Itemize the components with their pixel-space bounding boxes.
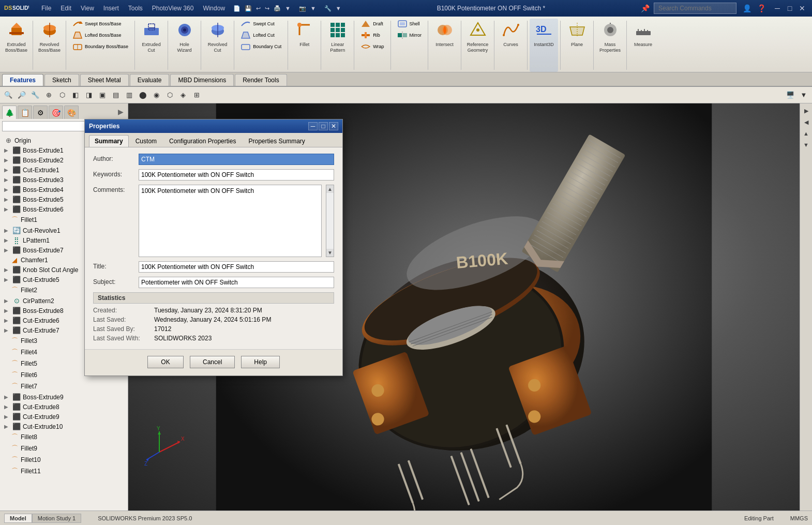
comments-textarea[interactable]: 100K Potentiometer with ON OFF Switch (139, 185, 322, 257)
maximize-button[interactable]: □ (784, 3, 795, 14)
user-profile-icon[interactable]: 👤 (741, 2, 753, 14)
view-btn-13[interactable]: ⬡ (163, 89, 176, 101)
swept-cut-button[interactable]: Swept Cut (238, 19, 283, 29)
reference-geometry-button[interactable]: Reference Geometry (463, 19, 492, 72)
dialog-tab-custom[interactable]: Custom (130, 135, 162, 147)
view-btn-10[interactable]: ▥ (123, 89, 136, 101)
plane-button[interactable]: Plane (563, 19, 591, 72)
lp-expand-arrow[interactable]: ▶ (116, 106, 126, 119)
pin-icon[interactable]: 📌 (641, 4, 650, 12)
expand-cirpattern2[interactable]: ▶ (4, 298, 10, 304)
expand-cut-extrude1[interactable]: ▶ (4, 167, 10, 173)
view-btn-4[interactable]: ⊕ (42, 89, 55, 101)
search-input[interactable] (654, 3, 736, 14)
dialog-tab-config-props[interactable]: Configuration Properties (163, 135, 242, 147)
intersect-button[interactable]: Intersect (430, 19, 459, 72)
tree-item-cut-extrude8[interactable]: ▶ ⬛ Cut-Extrude8 (0, 402, 128, 412)
expand-boss-extrude1[interactable]: ▶ (4, 147, 10, 153)
ok-button[interactable]: OK (147, 356, 184, 368)
instant3d-button[interactable]: 3D Instant3D (530, 19, 558, 72)
scroll-track[interactable] (326, 193, 334, 249)
dialog-close-button[interactable]: ✕ (329, 122, 338, 130)
boundary-boss-button[interactable]: Boundary Boss/Base (70, 41, 130, 52)
keywords-input[interactable] (139, 169, 334, 181)
dialog-maximize-button[interactable]: □ (319, 122, 328, 130)
extruded-cut-button[interactable]: Extruded Cut (137, 19, 166, 72)
view-btn-7[interactable]: ◨ (83, 89, 95, 101)
menu-photoview[interactable]: PhotoView 360 (148, 4, 198, 13)
view-btn-5[interactable]: ⬡ (56, 89, 68, 101)
mirror-button[interactable]: Mirror (395, 30, 424, 40)
view-btn-15[interactable]: ⊞ (190, 89, 203, 101)
tree-item-fillet10[interactable]: ⌒ Fillet10 (0, 454, 128, 466)
expand-cut-extrude6[interactable]: ▶ (4, 318, 10, 323)
expand-cut-extrude5[interactable]: ▶ (4, 277, 10, 282)
swept-boss-base-button[interactable]: Swept Boss/Base (70, 19, 130, 29)
view-btn-11[interactable]: ⬤ (137, 89, 149, 101)
help-icon[interactable]: ❓ (755, 2, 768, 14)
expand-boss-extrude3[interactable]: ▶ (4, 177, 10, 183)
menu-file[interactable]: File (37, 4, 55, 13)
wrap-button[interactable]: Wrap (358, 41, 386, 52)
tab-mbd-dimensions[interactable]: MBD Dimensions (170, 74, 234, 86)
view-btn-display[interactable]: 🖥️ (784, 89, 796, 101)
cancel-button[interactable]: Cancel (190, 356, 235, 368)
btab-model[interactable]: Model (4, 514, 32, 523)
expand-boss-extrude4[interactable]: ▶ (4, 187, 10, 192)
expand-boss-extrude2[interactable]: ▶ (4, 157, 10, 163)
expand-cut-extrude8[interactable]: ▶ (4, 404, 10, 410)
expand-boss-extrude7[interactable]: ▶ (4, 247, 10, 253)
lp-tab-feature-tree[interactable]: 🌲 (2, 106, 17, 119)
dialog-minimize-button[interactable]: ─ (308, 122, 318, 130)
menu-tools[interactable]: Tools (124, 4, 147, 13)
menu-view[interactable]: View (77, 4, 98, 13)
expand-boss-extrude9[interactable]: ▶ (4, 394, 10, 400)
author-input[interactable] (139, 154, 334, 165)
scroll-down-arrow[interactable]: ▼ (326, 249, 334, 257)
expand-boss-extrude8[interactable]: ▶ (4, 308, 10, 313)
title-input[interactable] (139, 261, 334, 273)
view-btn-8[interactable]: ▣ (96, 89, 109, 101)
expand-cut-revolve1[interactable]: ▶ (4, 228, 10, 233)
rp-btn-3[interactable]: ▲ (801, 128, 811, 139)
tree-item-boss-extrude9[interactable]: ▶ ⬛ Boss-Extrude9 (0, 392, 128, 402)
lp-tab-property[interactable]: 📋 (18, 106, 32, 119)
curves-button[interactable]: Curves (497, 19, 525, 72)
boundary-cut-button[interactable]: Boundary Cut (238, 41, 283, 52)
expand-boss-extrude5[interactable]: ▶ (4, 197, 10, 202)
menu-insert[interactable]: Insert (99, 4, 123, 13)
rp-btn-4[interactable]: ▼ (801, 140, 811, 150)
rp-btn-1[interactable]: ▶ (801, 106, 811, 116)
tree-item-fillet11[interactable]: ⌒ Fillet11 (0, 466, 128, 477)
linear-pattern-button[interactable]: Linear Pattern (323, 19, 352, 72)
lofted-boss-base-button[interactable]: Lofted Boss/Base (70, 30, 130, 40)
view-btn-1[interactable]: 🔍 (2, 89, 14, 101)
revolve-cut-button[interactable]: Revolved Cut (203, 19, 232, 72)
tab-features[interactable]: Features (2, 74, 43, 86)
expand-boss-extrude6[interactable]: ▶ (4, 206, 10, 212)
tree-item-cut-extrude9[interactable]: ▶ ⬛ Cut-Extrude9 (0, 412, 128, 422)
lp-tab-appear[interactable]: 🎨 (64, 106, 79, 119)
expand-knob-slot[interactable]: ▶ (4, 267, 10, 273)
view-btn-2[interactable]: 🔎 (16, 89, 28, 101)
comments-scrollbar[interactable]: ▲ ▼ (326, 185, 334, 257)
tab-sketch[interactable]: Sketch (44, 74, 79, 86)
tab-sheet-metal[interactable]: Sheet Metal (80, 74, 129, 86)
menu-window[interactable]: Window (199, 4, 229, 13)
minimize-button[interactable]: ─ (772, 3, 783, 14)
view-btn-6[interactable]: ◧ (69, 89, 82, 101)
expand-lpattern1[interactable]: ▶ (4, 237, 10, 243)
view-btn-extra[interactable]: ▼ (798, 89, 810, 101)
rp-btn-2[interactable]: ◀ (801, 117, 811, 127)
shell-button[interactable]: Shell (395, 19, 424, 29)
tree-item-fillet7[interactable]: ⌒ Fillet7 (0, 381, 128, 392)
subject-input[interactable] (139, 277, 334, 288)
hole-wizard-button[interactable]: Hole Wizard (170, 19, 199, 72)
expand-cut-extrude9[interactable]: ▶ (4, 414, 10, 419)
extruded-boss-base-button[interactable]: Extruded Boss/Base (2, 19, 31, 72)
tree-item-fillet9[interactable]: ⌒ Fillet9 (0, 443, 128, 454)
expand-cut-extrude10[interactable]: ▶ (4, 424, 10, 429)
view-btn-14[interactable]: ◈ (177, 89, 189, 101)
scroll-up-arrow[interactable]: ▲ (326, 185, 334, 193)
tree-item-fillet8[interactable]: ⌒ Fillet8 (0, 431, 128, 443)
